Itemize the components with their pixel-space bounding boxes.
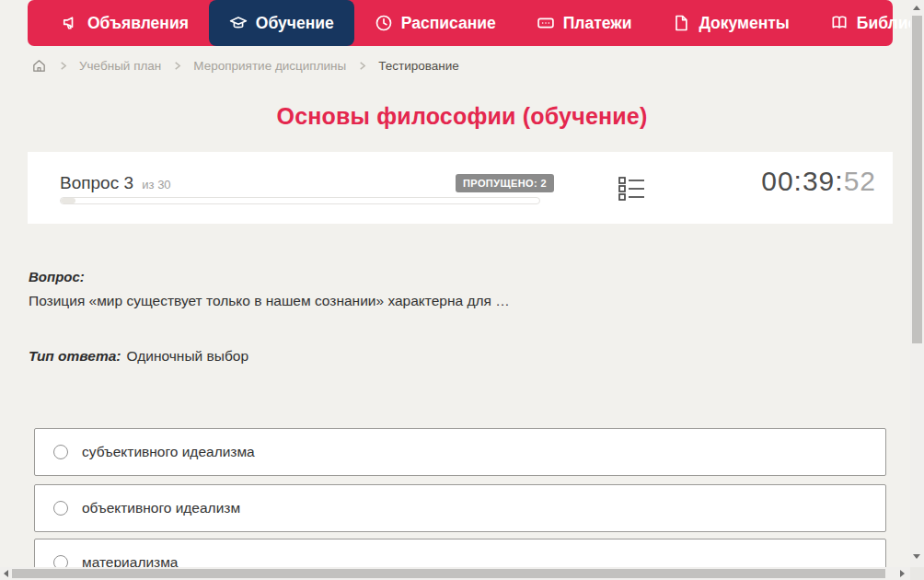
graduation-cap-icon [229,14,248,32]
scroll-right-arrow-icon[interactable] [900,570,905,577]
countdown-timer: 00:39:52 [761,166,876,197]
nav-item-label: Документы [699,14,789,33]
open-book-icon [830,14,849,32]
scrollbar-corner [910,567,924,580]
answer-type-value: Одиночный выбор [127,348,249,364]
answer-option[interactable]: субъективного идеализма [34,428,886,476]
breadcrumb-discipline-event[interactable]: Мероприятие дисциплины [193,59,346,73]
answer-option-label: субъективного идеализма [82,444,255,460]
question-list-icon[interactable] [618,176,646,202]
nav-item-library[interactable]: Библиотека [810,0,924,46]
megaphone-icon [61,14,79,32]
horizontal-scrollbar-thumb[interactable] [12,569,885,578]
test-page: Объявления Обучение Расписание [0,0,924,580]
nav-item-documents[interactable]: Документы [652,0,809,46]
question-counter: Вопрос 3 из 30 [60,173,171,193]
nav-item-label: Объявления [87,14,189,33]
nav-item-schedule[interactable]: Расписание [354,0,516,46]
nav-item-announcements[interactable]: Объявления [40,0,209,46]
answer-option-label: объективного идеализм [82,500,240,516]
radio-button[interactable] [53,445,68,459]
breadcrumb: Учебный план Мероприятие дисциплины Тест… [31,58,459,74]
progress-bar-fill [61,198,75,203]
scroll-down-arrow-icon[interactable] [913,554,920,559]
question-label: Вопрос: [29,269,85,284]
main-navbar: Объявления Обучение Расписание [28,0,893,46]
radio-button[interactable] [53,501,68,516]
chevron-right-icon [358,62,366,70]
vertical-scrollbar-thumb[interactable] [912,16,922,343]
skipped-badge: ПРОПУЩЕНО: 2 [456,174,554,192]
scroll-up-arrow-icon[interactable] [913,6,920,10]
timer-seconds: 52 [844,166,876,196]
question-number: Вопрос 3 [60,173,133,192]
answer-type-label: Тип ответа: [29,348,121,364]
horizontal-scrollbar[interactable] [0,567,910,580]
nav-item-label: Обучение [256,14,334,33]
chevron-right-icon [173,62,181,70]
question-header-card: Вопрос 3 из 30 ПРОПУЩЕНО: 2 00:39:52 [28,152,893,224]
nav-item-label: Платежи [563,14,632,33]
answer-type-row: Тип ответа:Одиночный выбор [29,348,248,365]
breadcrumb-curriculum[interactable]: Учебный план [79,59,161,73]
page-title: Основы философии (обучение) [0,103,924,130]
progress-bar [60,197,540,204]
banknote-icon [537,14,555,32]
answer-option[interactable]: объективного идеализм [34,484,886,532]
nav-item-payments[interactable]: Платежи [516,0,653,46]
vertical-scrollbar[interactable] [910,0,924,567]
chevron-right-icon [59,62,67,70]
nav-item-label: Расписание [401,14,496,33]
timer-hours-minutes: 00:39: [761,166,843,196]
nav-item-education[interactable]: Обучение [209,0,354,46]
breadcrumb-testing: Тестирование [378,59,459,73]
question-text: Позиция «мир существует только в нашем с… [29,293,510,309]
scroll-left-arrow-icon[interactable] [4,570,8,577]
question-total: из 30 [142,178,170,191]
document-icon [672,14,690,32]
home-icon[interactable] [31,58,47,74]
clock-icon [375,14,393,32]
